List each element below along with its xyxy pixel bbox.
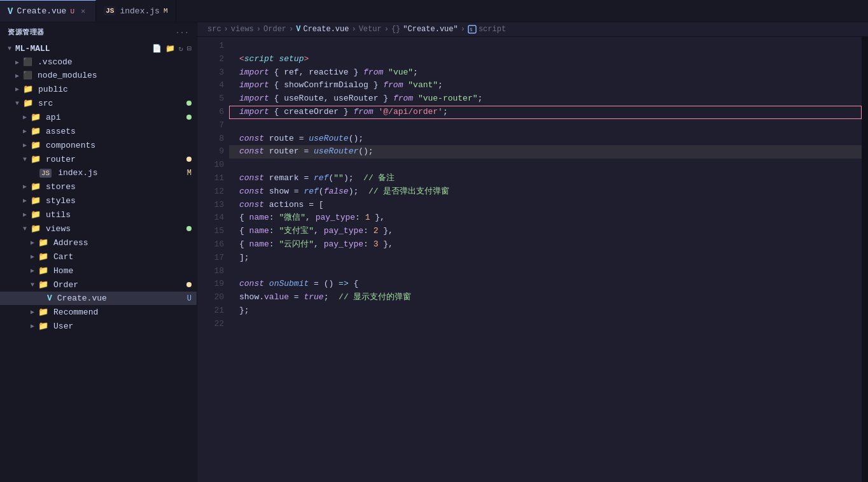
sidebar-item-components[interactable]: ▶ 📁 components: [0, 138, 197, 152]
chevron-right-icon: ▶: [23, 197, 27, 204]
breadcrumb-sep: ›: [256, 25, 261, 34]
sidebar-item-user[interactable]: ▶ 📁 User: [0, 319, 197, 333]
sidebar-item-router[interactable]: ▼ 📁 router: [0, 152, 197, 166]
sidebar-item-src[interactable]: ▼ 📁 src: [0, 96, 197, 110]
tab-close-button[interactable]: ✕: [78, 5, 88, 17]
code-line-17: ];: [229, 252, 862, 265]
root-label: ML-MALL: [15, 44, 50, 53]
code-line-22: [229, 318, 862, 331]
folder-icon: 📁: [38, 252, 48, 262]
chevron-right-icon: ▶: [31, 308, 34, 316]
modified-dot: [186, 226, 192, 231]
breadcrumb: src › views › Order › V Create.vue › Vet…: [197, 22, 868, 37]
breadcrumb-create-vue: Create.vue: [303, 25, 349, 34]
sidebar-root[interactable]: ▼ ML-MALL 📄 📁 ↻ ⊟: [0, 42, 197, 55]
breadcrumb-order: Order: [263, 25, 286, 34]
node-modules-icon: ⬛: [23, 71, 32, 80]
breadcrumb-sep: ›: [351, 25, 356, 34]
ln-9: 9: [202, 145, 224, 159]
badge-m: M: [187, 169, 192, 178]
code-line-8: const route = useRoute();: [229, 132, 862, 146]
code-line-21: };: [229, 304, 862, 318]
public-label: public: [38, 85, 68, 94]
code-line-12: const show = ref(false); // 是否弹出支付弹窗: [229, 185, 862, 199]
ln-11: 11: [202, 172, 224, 185]
chevron-right-icon: ▶: [15, 59, 19, 66]
components-label: components: [46, 141, 95, 150]
folder-icon: 📁: [31, 209, 41, 220]
refresh-icon[interactable]: ↻: [179, 44, 183, 53]
ln-4: 4: [202, 79, 224, 92]
folder-icon: 📁: [31, 126, 41, 136]
chevron-right-icon: ▶: [23, 183, 27, 190]
sidebar-item-api[interactable]: ▶ 📁 api: [0, 110, 197, 124]
scrollbar[interactable]: [862, 37, 868, 482]
code-line-6: import { createOrder } from '@/api/order…: [229, 106, 862, 119]
node-modules-label: node_modules: [38, 71, 97, 80]
folder-icon: 📁: [31, 112, 41, 122]
sidebar: 资源管理器 ··· ▼ ML-MALL 📄 📁 ↻ ⊟ ▶: [0, 22, 197, 482]
ln-15: 15: [202, 225, 224, 238]
js-icon: JS: [104, 6, 116, 15]
sidebar-item-home[interactable]: ▶ 📁 Home: [0, 264, 197, 278]
code-line-13: const actions = [: [229, 199, 862, 212]
sidebar-item-router-index[interactable]: JS index.js M: [0, 166, 197, 180]
styles-label: styles: [46, 196, 76, 206]
ln-14: 14: [202, 211, 224, 225]
folder-icon: 📁: [31, 181, 41, 192]
sidebar-item-public[interactable]: ▶ 📁 public: [0, 82, 197, 96]
vue-file-icon: V: [47, 294, 52, 303]
ln-3: 3: [202, 66, 224, 80]
sidebar-header: 资源管理器 ···: [0, 22, 197, 42]
sidebar-item-node-modules[interactable]: ▶ ⬛ node_modules: [0, 69, 197, 82]
sidebar-item-address[interactable]: ▶ 📁 Address: [0, 236, 197, 250]
sidebar-item-order[interactable]: ▼ 📁 Order: [0, 278, 197, 292]
sidebar-item-assets[interactable]: ▶ 📁 assets: [0, 124, 197, 138]
code-line-3: import { ref, reactive } from "vue";: [229, 66, 862, 80]
code-line-5: import { useRoute, useRouter } from "vue…: [229, 92, 862, 106]
more-icon[interactable]: ···: [176, 29, 189, 36]
sidebar-item-cart[interactable]: ▶ 📁 Cart: [0, 250, 197, 264]
folder-icon: 📁: [38, 321, 48, 331]
new-folder-icon[interactable]: 📁: [165, 44, 175, 53]
svg-text:s: s: [470, 27, 473, 32]
tab-index-js[interactable]: JS index.js M: [96, 0, 176, 22]
breadcrumb-vetur: Vetur: [359, 25, 382, 34]
modified-dot: [186, 101, 192, 106]
modified-dot: [186, 282, 192, 287]
chevron-right-icon: ▶: [23, 141, 27, 149]
tab-create-vue[interactable]: V Create.vue U ✕: [0, 0, 96, 22]
code-line-18: [229, 265, 862, 278]
chevron-down-icon: ▼: [31, 281, 34, 288]
ln-16: 16: [202, 238, 224, 252]
sidebar-title: 资源管理器: [8, 27, 45, 37]
chevron-right-icon: ▶: [23, 211, 27, 218]
tab-label: index.js: [120, 6, 159, 16]
create-vue-label: Create.vue: [57, 294, 107, 303]
breadcrumb-sep: ›: [224, 25, 228, 34]
user-label: User: [53, 322, 73, 331]
code-area[interactable]: <script setup> import { ref, reactive } …: [229, 37, 862, 482]
sidebar-item-stores[interactable]: ▶ 📁 stores: [0, 180, 197, 194]
code-editor[interactable]: 1 2 3 4 5 6 7 8 9 10 11 12 13 14: [197, 37, 868, 482]
router-label: router: [46, 155, 76, 164]
sidebar-item-create-vue[interactable]: V Create.vue U: [0, 292, 197, 305]
vue-icon: V: [8, 6, 13, 17]
chevron-right-icon: ▶: [15, 72, 19, 80]
code-line-10: [229, 159, 862, 172]
cart-label: Cart: [53, 252, 73, 262]
sidebar-item-recommend[interactable]: ▶ 📁 Recommend: [0, 305, 197, 319]
chevron-down-icon: ▼: [23, 225, 27, 232]
sidebar-item-utils[interactable]: ▶ 📁 utils: [0, 208, 197, 222]
sidebar-item-vscode[interactable]: ▶ ⬛ .vscode: [0, 55, 197, 69]
chevron-right-icon: ▶: [31, 267, 34, 274]
sidebar-item-styles[interactable]: ▶ 📁 styles: [0, 194, 197, 208]
code-line-20: show.value = true; // 显示支付的弹窗: [229, 291, 862, 304]
code-line-14: { name: "微信", pay_type: 1 },: [229, 211, 862, 225]
breadcrumb-sep: ›: [461, 25, 465, 34]
code-line-11: const remark = ref(""); // 备注: [229, 172, 862, 185]
new-file-icon[interactable]: 📄: [152, 44, 162, 53]
collapse-icon[interactable]: ⊟: [187, 44, 192, 53]
breadcrumb-create-vue2: "Create.vue": [403, 25, 458, 34]
sidebar-item-views[interactable]: ▼ 📁 views: [0, 222, 197, 236]
